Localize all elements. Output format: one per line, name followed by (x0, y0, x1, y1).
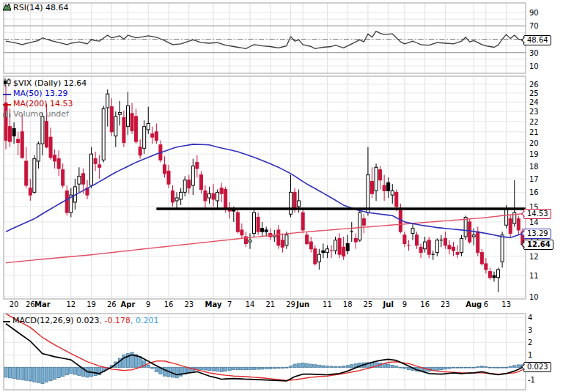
date-axis-tick: 16 (420, 300, 430, 308)
date-axis-tick: 13 (501, 300, 511, 308)
price-legend-symbol-row: $VIX (Daily) 12.64 (3, 78, 87, 89)
candlestick-icon (3, 78, 11, 89)
price-axis-tick: 11 (529, 272, 539, 280)
macd-swatch (3, 317, 10, 326)
price-axis-tick: 14 (529, 218, 539, 226)
price-axis-tick: 20 (529, 138, 539, 147)
macd-legend-signal: , -0.178 (100, 316, 130, 325)
macd-axis-tick: 4 (528, 314, 532, 322)
price-axis-tick: 18 (529, 162, 539, 170)
date-axis-tick: 9 (402, 300, 407, 308)
price-axis-tick: 19 (529, 150, 539, 158)
price-legend-ma50: MA(50) 13.29 (13, 89, 68, 98)
price-legend-ma50-row: MA(50) 13.29 (3, 89, 87, 99)
stockchart: RSI(14) 48.64 $VIX (Daily) 12.64 MA(50) … (0, 0, 563, 392)
rsi-axis-tick: 10 (529, 62, 539, 70)
date-axis-tick: 26 (26, 300, 35, 308)
rsi-legend-label: RSI(14) 48.64 (13, 3, 68, 12)
date-axis-tick: Mar (34, 300, 51, 308)
rsi-legend: RSI(14) 48.64 (3, 3, 68, 13)
last-price-tag: 12.64 (523, 240, 553, 250)
rsi-value-tag: 48.64 (523, 35, 551, 45)
date-axis-tick: May (205, 300, 222, 308)
date-axis-tick: 21 (265, 300, 275, 308)
price-legend-ma200: MA(200) 14.53 (13, 99, 73, 108)
date-axis-tick: 26 (107, 300, 117, 308)
price-axis-tick: 10 (529, 293, 539, 301)
macd-legend-hist: , 0.201 (130, 316, 158, 325)
date-axis-tick: Jun (296, 300, 309, 308)
date-axis-tick: Aug (466, 300, 482, 308)
ma200-swatch (3, 100, 11, 109)
price-legend-symbol: $VIX (Daily) 12.64 (13, 78, 87, 88)
macd-axis-tick: 1 (528, 351, 532, 359)
price-axis-tick: 22 (529, 117, 539, 125)
date-axis-tick: 6 (484, 300, 488, 308)
date-axis-tick: 19 (87, 300, 96, 308)
rsi-axis-tick: 30 (529, 48, 539, 56)
date-axis-tick: 9 (146, 300, 150, 308)
price-legend-volume: Volume undef (13, 109, 69, 119)
date-axis-tick: 25 (364, 300, 373, 308)
volume-icon (3, 110, 11, 119)
price-axis-tick: 12 (529, 252, 539, 260)
price-axis-tick: 25 (529, 89, 539, 97)
date-axis-tick: 12 (66, 300, 76, 308)
price-axis-tick: 24 (529, 98, 539, 106)
date-axis-tick: 23 (441, 300, 450, 308)
date-axis-tick: Jul (383, 300, 394, 308)
date-axis-tick: Apr (121, 300, 136, 308)
price-axis-tick: 23 (529, 108, 539, 116)
macd-axis-tick: -1 (528, 376, 535, 384)
date-axis-tick: 11 (323, 300, 332, 308)
price-legend-volume-row: Volume undef (3, 109, 87, 119)
date-axis-tick: 20 (10, 300, 19, 308)
date-axis-tick: 16 (164, 300, 174, 308)
macd-legend: MACD(12,26,9) 0.023, -0.178, 0.201 (3, 316, 158, 326)
date-axis-tick: 18 (343, 300, 353, 308)
macd-value-tag: 0.023 (523, 362, 551, 372)
date-axis-tick: 23 (184, 300, 194, 308)
chart-canvas (0, 0, 563, 392)
rsi-axis-tick: 90 (529, 9, 539, 17)
macd-axis-tick: 2 (528, 339, 532, 347)
ma50-value-tag: 13.29 (523, 229, 551, 239)
ma200-value-tag: 14.53 (523, 209, 551, 219)
date-axis-tick: 14 (246, 300, 255, 308)
price-axis-tick: 26 (529, 81, 539, 89)
area-chart-icon (3, 3, 11, 13)
macd-legend-main: MACD(12,26,9) 0.023 (12, 316, 100, 325)
rsi-axis-tick: 70 (529, 22, 539, 30)
date-axis-tick: 29 (286, 300, 295, 308)
price-legend: $VIX (Daily) 12.64 MA(50) 13.29 MA(200) … (3, 78, 87, 119)
date-axis-tick: 7 (227, 300, 232, 308)
ma50-swatch (3, 89, 11, 99)
price-legend-ma200-row: MA(200) 14.53 (3, 99, 87, 109)
macd-axis-tick: 3 (528, 326, 532, 334)
price-axis-tick: 16 (529, 188, 539, 196)
price-axis-tick: 21 (529, 127, 539, 136)
price-axis-tick: 17 (529, 174, 539, 182)
